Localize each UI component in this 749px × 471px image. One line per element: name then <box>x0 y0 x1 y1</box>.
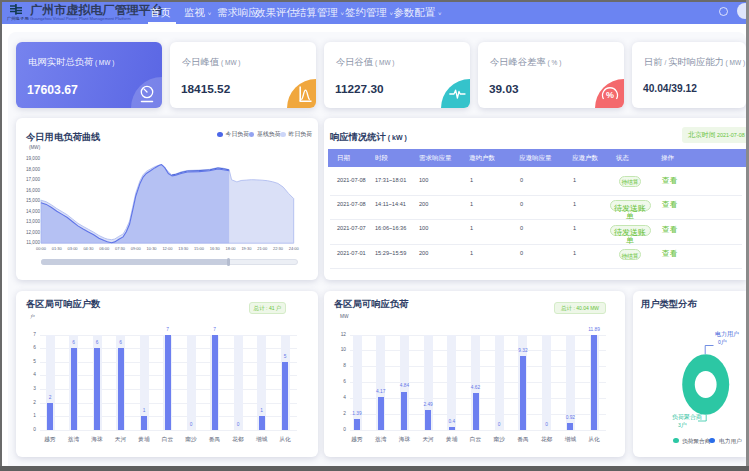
svg-text:%: % <box>606 90 614 100</box>
